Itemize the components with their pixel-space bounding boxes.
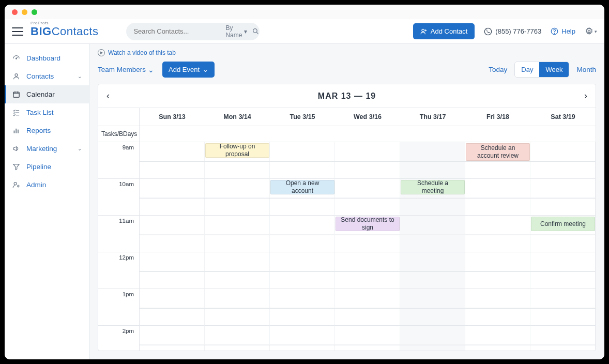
sidebar-item-label: Task List	[26, 109, 54, 116]
window-close-dot[interactable]	[12, 9, 18, 15]
megaphone-icon	[12, 145, 20, 153]
hour-label: 2pm	[98, 326, 140, 351]
hour-row: 10am	[98, 179, 596, 216]
tasks-cell[interactable]	[335, 126, 400, 142]
sidebar-item-label: Reports	[26, 127, 51, 134]
event-schedule-an-account-review[interactable]: Schedule an account review	[466, 143, 530, 161]
hour-label: 9am	[98, 142, 140, 179]
search-box[interactable]: By Name ▾	[126, 23, 260, 40]
calendar: ‹ MAR 13 — 19 › Sun 3/13Mon 3/14Tue 3/15…	[98, 84, 596, 351]
tasks-cell[interactable]	[400, 126, 465, 142]
video-link-text: Watch a video of this tab	[108, 49, 176, 56]
view-day-button[interactable]: Day	[515, 62, 539, 77]
calendar-grid[interactable]: 9am10am11am12pm1pm2pmFollow-up on propos…	[98, 142, 596, 351]
play-icon: ▶	[98, 49, 105, 56]
help-link[interactable]: Help	[551, 27, 575, 35]
event-open-a-new-account[interactable]: Open a new account	[270, 180, 334, 194]
settings-button[interactable]: ▾	[585, 27, 597, 36]
day-header: Tue 3/15	[270, 108, 335, 126]
calendar-cell[interactable]	[530, 326, 596, 351]
svg-point-8	[588, 30, 590, 32]
sidebar-item-label: Pipeline	[26, 163, 51, 171]
event-follow-up-on-proposal[interactable]: Follow-up on proposal	[205, 143, 269, 158]
sidebar-item-label: Calendar	[26, 90, 55, 98]
team-members-dropdown[interactable]: Team Members ⌄	[98, 66, 154, 74]
svg-line-10	[16, 57, 18, 59]
sidebar-item-task-list[interactable]: Task List	[5, 103, 89, 122]
calendar-cell[interactable]	[400, 326, 465, 351]
svg-rect-21	[18, 130, 19, 133]
day-header: Sun 3/13	[140, 108, 205, 126]
calendar-cell[interactable]	[465, 326, 530, 351]
event-confirm-meeting[interactable]: Confirm meeting	[531, 217, 595, 231]
sidebar-item-marketing[interactable]: Marketing⌄	[5, 140, 89, 158]
add-event-button[interactable]: Add Event ⌄	[162, 62, 215, 78]
content: ▶ Watch a video of this tab Team Members…	[89, 44, 604, 359]
svg-rect-19	[13, 131, 14, 133]
chevron-down-icon: ⌄	[148, 66, 154, 74]
caret-down-icon: ▾	[595, 29, 597, 34]
calendar-cell[interactable]	[205, 326, 270, 351]
view-group: Day Week	[514, 62, 569, 78]
search-byname-dropdown[interactable]: By Name ▾	[225, 24, 247, 39]
tasks-cell[interactable]	[530, 126, 596, 142]
sidebar-item-pipeline[interactable]: Pipeline	[5, 158, 89, 176]
sidebar-item-contacts[interactable]: Contacts⌄	[5, 67, 89, 85]
next-week-button[interactable]: ›	[584, 90, 587, 101]
sidebar-item-calendar[interactable]: Calendar	[5, 85, 89, 103]
search-byname-label: By Name	[225, 24, 242, 39]
chevron-down-icon: ⌄	[78, 73, 82, 79]
event-schedule-a-meeting[interactable]: Schedule a meeting	[401, 180, 465, 194]
today-button[interactable]: Today	[489, 66, 507, 73]
admin-icon	[12, 181, 20, 189]
view-month-button[interactable]: Month	[576, 66, 596, 73]
window-min-dot[interactable]	[22, 9, 27, 15]
topbar-right: Add Contact (855) 776-7763 Help ▾	[413, 23, 597, 39]
tasks-cell[interactable]	[270, 126, 335, 142]
prev-week-button[interactable]: ‹	[106, 90, 110, 101]
view-week-button[interactable]: Week	[539, 62, 569, 77]
funnel-icon	[12, 163, 20, 171]
tasks-cell[interactable]	[140, 126, 205, 142]
event-send-documents-to-sign[interactable]: Send documents to sign	[336, 217, 400, 231]
svg-point-5	[485, 28, 492, 35]
add-contact-label: Add Contact	[431, 27, 468, 35]
calendar-cell[interactable]	[335, 326, 400, 351]
calendar-title: MAR 13 — 19	[318, 92, 376, 101]
calendar-cell[interactable]	[140, 326, 205, 351]
app-window: ProProfs BIGContacts By Name ▾ Add Conta…	[5, 5, 604, 359]
sidebar-item-label: Dashboard	[26, 54, 60, 62]
svg-point-7	[554, 33, 555, 34]
search-icon[interactable]	[252, 28, 259, 35]
svg-point-11	[15, 74, 18, 77]
chevron-down-icon: ⌄	[203, 66, 208, 73]
help-icon	[551, 27, 558, 35]
add-event-label: Add Event	[169, 66, 200, 73]
tasks-row: Tasks/BDays	[98, 126, 596, 142]
svg-point-0	[253, 29, 257, 33]
team-members-label: Team Members	[98, 66, 146, 73]
search-input[interactable]	[133, 27, 220, 35]
hour-row: 1pm	[98, 289, 596, 326]
sidebar-item-reports[interactable]: Reports	[5, 122, 89, 140]
svg-point-23	[18, 186, 19, 187]
menu-icon[interactable]	[12, 27, 23, 36]
hour-label: 11am	[98, 216, 140, 252]
titlebar	[5, 5, 604, 19]
phone-text: (855) 776-7763	[495, 27, 541, 35]
video-link[interactable]: ▶ Watch a video of this tab	[89, 44, 604, 62]
sidebar-item-dashboard[interactable]: Dashboard	[5, 49, 89, 67]
tasks-cell[interactable]	[205, 126, 270, 142]
tasks-cell[interactable]	[465, 126, 530, 142]
add-contact-button[interactable]: Add Contact	[413, 23, 475, 39]
calendar-toolbar: Team Members ⌄ Add Event ⌄ Today Day Wee…	[89, 62, 604, 84]
bars-icon	[12, 127, 20, 134]
hour-label: 1pm	[98, 289, 140, 326]
phone-number[interactable]: (855) 776-7763	[484, 27, 541, 36]
window-max-dot[interactable]	[32, 9, 37, 15]
logo[interactable]: ProProfs BIGContacts	[31, 25, 98, 38]
sidebar-item-admin[interactable]: Admin	[5, 176, 89, 194]
calendar-cell[interactable]	[270, 326, 335, 351]
tasks-label: Tasks/BDays	[98, 126, 140, 142]
day-header: Sat 3/19	[530, 108, 596, 126]
